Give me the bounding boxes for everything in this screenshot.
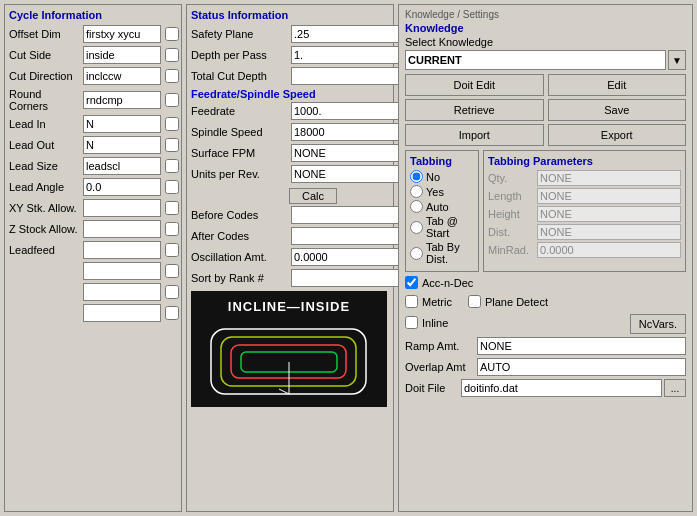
extra2-input[interactable] <box>83 283 161 301</box>
tabbing-panel: Tabbing No Yes Auto Tab @ Start <box>405 150 479 272</box>
ncvars-button[interactable]: NcVars. <box>630 314 686 334</box>
knowledge-select-input[interactable] <box>405 50 666 70</box>
cut-direction-input[interactable] <box>83 67 161 85</box>
leadfeed-checkbox[interactable] <box>165 243 179 257</box>
overlap-amt-row: Overlap Amt <box>405 358 686 376</box>
oscillation-amt-label: Oscillation Amt. <box>191 251 289 263</box>
round-corners-label: Round Corners <box>9 88 81 112</box>
ramp-amt-input[interactable] <box>477 337 686 355</box>
extra2-checkbox[interactable] <box>165 285 179 299</box>
tab-start-row: Tab @ Start <box>410 215 474 239</box>
lead-angle-input[interactable] <box>83 178 161 196</box>
inline-ncvars-row: Inline NcVars. <box>405 314 686 334</box>
export-button[interactable]: Export <box>548 124 687 146</box>
lead-in-input[interactable] <box>83 115 161 133</box>
extra3-input[interactable] <box>83 304 161 322</box>
plane-detect-checkbox[interactable] <box>468 295 481 308</box>
z-stk-input[interactable] <box>83 220 161 238</box>
round-corners-checkbox[interactable] <box>165 93 179 107</box>
calc-button[interactable]: Calc <box>289 188 337 204</box>
save-button[interactable]: Save <box>548 99 687 121</box>
lead-out-checkbox[interactable] <box>165 138 179 152</box>
cut-side-row: Cut Side <box>9 46 177 64</box>
feedrate-row: Feedrate <box>191 102 389 120</box>
leadfeed-row: Leadfeed <box>9 241 177 259</box>
xy-stk-checkbox[interactable] <box>165 201 179 215</box>
knowledge-dropdown-button[interactable]: ▼ <box>668 50 686 70</box>
tab-length-label: Length <box>488 190 534 202</box>
sort-by-rank-label: Sort by Rank # <box>191 272 289 284</box>
tab-no-radio[interactable] <box>410 170 423 183</box>
overlap-amt-input[interactable] <box>477 358 686 376</box>
edit-button[interactable]: Edit <box>548 74 687 96</box>
import-export-row: Import Export <box>405 124 686 146</box>
inline-label: Inline <box>422 317 448 329</box>
tab-auto-radio[interactable] <box>410 200 423 213</box>
units-per-rev-label: Units per Rev. <box>191 168 289 180</box>
ramp-amt-row: Ramp Amt. <box>405 337 686 355</box>
lead-angle-row: Lead Angle <box>9 178 177 196</box>
doit-file-input[interactable] <box>461 379 662 397</box>
xy-stk-input[interactable] <box>83 199 161 217</box>
leadfeed-label: Leadfeed <box>9 244 81 256</box>
cut-direction-row: Cut Direction <box>9 67 177 85</box>
lead-in-label: Lead In <box>9 118 81 130</box>
spindle-speed-label: Spindle Speed <box>191 126 289 138</box>
extra3-row <box>9 304 177 322</box>
tab-minrad-label: MinRad. <box>488 244 534 256</box>
tab-yes-radio[interactable] <box>410 185 423 198</box>
import-button[interactable]: Import <box>405 124 544 146</box>
tab-start-label: Tab @ Start <box>426 215 474 239</box>
lead-angle-checkbox[interactable] <box>165 180 179 194</box>
lead-in-checkbox[interactable] <box>165 117 179 131</box>
status-info-panel: Status Information Safety Plane Depth pe… <box>186 4 394 512</box>
cut-side-input[interactable] <box>83 46 161 64</box>
metric-checkbox[interactable] <box>405 295 418 308</box>
feedrate-label: Feedrate <box>191 105 289 117</box>
tab-length-row: Length <box>488 188 681 204</box>
z-stk-label: Z Stock Allow. <box>9 223 81 235</box>
surface-fpm-label: Surface FPM <box>191 147 289 159</box>
z-stk-row: Z Stock Allow. <box>9 220 177 238</box>
knowledge-select-row: ▼ <box>405 50 686 70</box>
doit-file-label: Doit File <box>405 382 459 394</box>
offset-dim-input[interactable] <box>83 25 161 43</box>
extra1-input[interactable] <box>83 262 161 280</box>
inline-checkbox[interactable] <box>405 316 418 329</box>
extra1-row <box>9 262 177 280</box>
tab-dist-row: Dist. <box>488 224 681 240</box>
tabbing-title: Tabbing <box>410 155 474 167</box>
status-info-title: Status Information <box>191 9 389 21</box>
lead-size-checkbox[interactable] <box>165 159 179 173</box>
units-per-rev-row: Units per Rev. <box>191 165 389 183</box>
doit-file-row: Doit File ... <box>405 379 686 397</box>
extra3-checkbox[interactable] <box>165 306 179 320</box>
offset-dim-label: Offset Dim <box>9 28 81 40</box>
lead-out-input[interactable] <box>83 136 161 154</box>
acc-n-dec-checkbox[interactable] <box>405 276 418 289</box>
leadfeed-input[interactable] <box>83 241 161 259</box>
round-corners-input[interactable] <box>83 91 161 109</box>
lead-size-input[interactable] <box>83 157 161 175</box>
tab-auto-label: Auto <box>426 201 449 213</box>
retrieve-button[interactable]: Retrieve <box>405 99 544 121</box>
tab-no-row: No <box>410 170 474 183</box>
tab-yes-label: Yes <box>426 186 444 198</box>
extra2-row <box>9 283 177 301</box>
cut-side-checkbox[interactable] <box>165 48 179 62</box>
tab-qty-row: Qty. <box>488 170 681 186</box>
browse-button[interactable]: ... <box>664 379 686 397</box>
after-codes-label: After Codes <box>191 230 289 242</box>
tab-minrad-row: MinRad. <box>488 242 681 258</box>
incline-svg <box>201 319 379 404</box>
doit-edit-button[interactable]: Doit Edit <box>405 74 544 96</box>
lead-out-row: Lead Out <box>9 136 177 154</box>
offset-dim-checkbox[interactable] <box>165 27 179 41</box>
tab-start-radio[interactable] <box>410 221 423 234</box>
tabbing-params-title: Tabbing Parameters <box>488 155 681 167</box>
tab-bydist-radio[interactable] <box>410 247 423 260</box>
z-stk-checkbox[interactable] <box>165 222 179 236</box>
extra1-checkbox[interactable] <box>165 264 179 278</box>
tabbing-container: Tabbing No Yes Auto Tab @ Start <box>405 150 686 272</box>
cut-direction-checkbox[interactable] <box>165 69 179 83</box>
